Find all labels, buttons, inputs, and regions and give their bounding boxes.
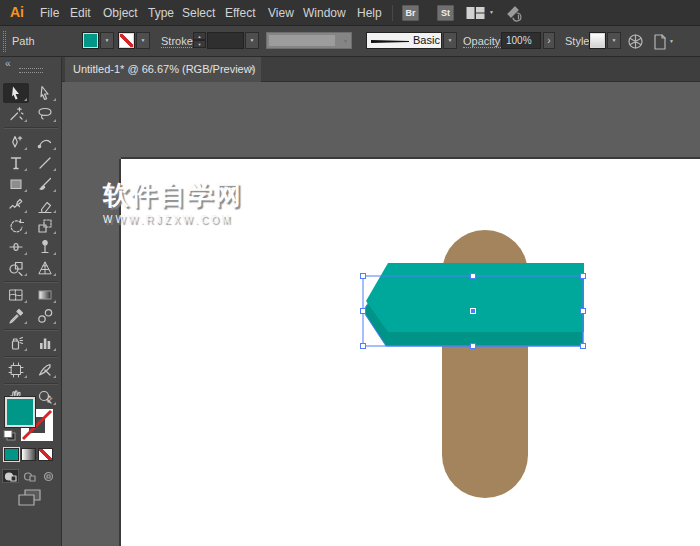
opacity-expand-button[interactable]: ›	[543, 32, 555, 49]
watermark-title: 软件自学网	[103, 178, 243, 213]
stroke-width-stepper[interactable]: ▲ ▼	[193, 32, 206, 49]
menu-effect[interactable]: Effect	[225, 6, 255, 20]
menu-select[interactable]: Select	[182, 6, 215, 20]
control-bar: Path ▼ ▼ Stroke: ▲ ▼ ▼ ▼ Basic ▼ Opacity…	[0, 26, 700, 57]
stroke-width-chevron-icon[interactable]: ▼	[245, 32, 259, 49]
lasso-tool[interactable]	[32, 104, 58, 124]
gradient-mode-button[interactable]	[21, 448, 36, 461]
type-tool[interactable]	[3, 153, 29, 173]
none-mode-button[interactable]	[38, 448, 53, 461]
document-tab-title: Untitled-1* @ 66.67% (RGB/Preview)	[73, 63, 255, 75]
color-mode-button[interactable]	[4, 448, 19, 461]
width-profile-preview	[269, 35, 335, 46]
watermark-url: WWW.RJZXW.COM	[103, 214, 243, 225]
width-tool[interactable]	[3, 237, 29, 257]
gradient-tool[interactable]	[32, 285, 58, 305]
scale-tool[interactable]	[32, 216, 58, 236]
rotate-tool[interactable]	[3, 216, 29, 236]
document-setup-icon[interactable]	[652, 33, 668, 55]
menu-separator	[392, 5, 393, 21]
selection-type-label: Path	[12, 35, 35, 47]
line-segment-tool[interactable]	[32, 153, 58, 173]
direct-selection-tool[interactable]	[32, 83, 58, 103]
megaphone-icon[interactable]	[505, 4, 523, 26]
menu-file[interactable]: File	[40, 6, 59, 20]
opacity-label[interactable]: Opacity:	[463, 35, 503, 48]
stroke-color-swatch[interactable]	[118, 32, 135, 49]
perspective-grid-tool[interactable]	[32, 258, 58, 278]
eraser-tool[interactable]	[32, 195, 58, 215]
workspace-chevron-icon[interactable]: ▼	[489, 10, 494, 15]
rectangle-tool[interactable]	[3, 174, 29, 194]
watermark: 软件自学网 WWW.RJZXW.COM	[103, 178, 243, 225]
tools-panel: «	[0, 57, 62, 546]
tab-bar: Untitled-1* @ 66.67% (RGB/Preview) ×	[62, 57, 700, 82]
stroke-width-input[interactable]	[207, 32, 244, 49]
fill-indicator[interactable]	[5, 397, 35, 427]
shaper-tool[interactable]	[3, 195, 29, 215]
panel-grip[interactable]	[3, 31, 6, 52]
style-swatch[interactable]	[589, 32, 606, 49]
menu-view[interactable]: View	[268, 6, 294, 20]
curvature-tool[interactable]	[32, 132, 58, 152]
close-tab-icon[interactable]: ×	[248, 62, 255, 76]
screen-mode-icon[interactable]	[18, 489, 44, 510]
width-profile-dropdown: ▼	[266, 32, 352, 49]
draw-normal-icon[interactable]	[2, 469, 19, 483]
opacity-input[interactable]: 100%	[501, 32, 541, 49]
brush-definition-value: Basic	[413, 34, 440, 46]
collapse-panel-icon[interactable]: «	[5, 58, 11, 69]
default-fill-stroke-icon[interactable]	[3, 428, 17, 446]
mesh-tool[interactable]	[3, 285, 29, 305]
menu-help[interactable]: Help	[357, 6, 382, 20]
menu-object[interactable]: Object	[103, 6, 138, 20]
magic-wand-tool[interactable]	[3, 104, 29, 124]
stock-button[interactable]: St	[437, 5, 454, 21]
stepper-up-icon[interactable]: ▲	[193, 32, 206, 40]
workspace-switcher-icon[interactable]	[466, 6, 485, 24]
menu-window[interactable]: Window	[303, 6, 346, 20]
tools-panel-grip[interactable]	[19, 68, 43, 73]
artboard-tool[interactable]	[3, 360, 29, 380]
brush-definition-chevron-icon[interactable]: ▼	[443, 32, 457, 49]
style-chevron-icon[interactable]: ▼	[607, 32, 621, 49]
stroke-label[interactable]: Stroke:	[161, 35, 196, 48]
stroke-color-chevron-icon[interactable]: ▼	[136, 32, 150, 49]
paintbrush-tool[interactable]	[32, 174, 58, 194]
blend-tool[interactable]	[32, 306, 58, 326]
slice-tool[interactable]	[32, 360, 58, 380]
brush-definition-dropdown[interactable]: Basic	[366, 32, 442, 49]
column-graph-tool[interactable]	[32, 333, 58, 353]
stepper-down-icon[interactable]: ▼	[193, 40, 206, 48]
canvas-area[interactable]: 软件自学网 WWW.RJZXW.COM	[62, 82, 700, 546]
document-tab[interactable]: Untitled-1* @ 66.67% (RGB/Preview) ×	[65, 57, 261, 82]
fill-color-swatch[interactable]	[82, 32, 99, 49]
shape-builder-tool[interactable]	[3, 258, 29, 278]
puppet-warp-tool[interactable]	[32, 237, 58, 257]
pen-tool[interactable]	[3, 132, 29, 152]
brush-stroke-preview	[371, 40, 409, 43]
artwork-layer	[62, 82, 700, 546]
bridge-button[interactable]: Br	[402, 5, 419, 21]
symbol-sprayer-tool[interactable]	[3, 333, 29, 353]
menu-bar: Ai File Edit Object Type Select Effect V…	[0, 0, 700, 26]
menu-edit[interactable]: Edit	[70, 6, 91, 20]
fill-color-chevron-icon[interactable]: ▼	[100, 32, 114, 49]
draw-inside-icon[interactable]	[40, 469, 57, 483]
app-logo: Ai	[10, 4, 24, 20]
document-setup-chevron-icon[interactable]: ▼	[669, 39, 674, 44]
recolor-artwork-icon[interactable]	[627, 33, 644, 54]
eyedropper-tool[interactable]	[3, 306, 29, 326]
menu-type[interactable]: Type	[148, 6, 174, 20]
selection-tool[interactable]	[3, 83, 29, 103]
draw-behind-icon[interactable]	[21, 469, 38, 483]
selection-center-point[interactable]	[471, 309, 476, 314]
